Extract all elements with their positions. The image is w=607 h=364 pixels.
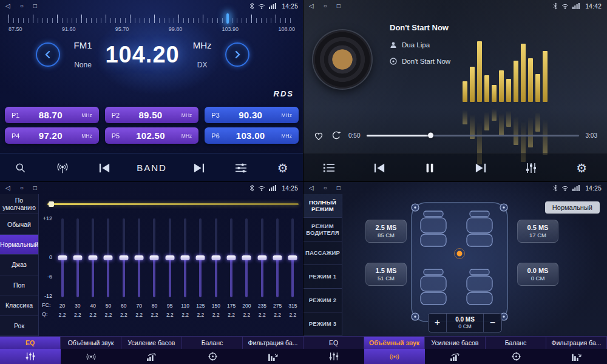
eq-icon[interactable] — [304, 349, 364, 364]
mixer-icon[interactable] — [232, 163, 250, 174]
eq-slider-handle[interactable] — [196, 255, 205, 260]
eq-band-slider[interactable] — [76, 218, 79, 297]
audio-tab[interactable]: Объёмный звук — [364, 337, 425, 349]
preset-button[interactable]: P1 88.70 MHz — [5, 107, 99, 123]
frequency-ruler[interactable]: 87.5091.6095.7099.80103.90108.00 — [8, 15, 295, 36]
back-icon[interactable]: ◁ — [309, 185, 314, 191]
preset-button[interactable]: P4 97.20 MHz — [5, 127, 99, 144]
seek-up-button[interactable] — [225, 42, 249, 67]
eq-slider-handle[interactable] — [242, 255, 251, 260]
listening-mode-item[interactable]: ПОЛНЫЙ РЕЖИМ — [304, 194, 342, 218]
recents-icon[interactable]: □ — [337, 3, 341, 9]
search-icon[interactable] — [12, 162, 30, 174]
eq-preset-item[interactable]: Нормальный — [0, 235, 38, 255]
audio-tab[interactable]: Фильтрация ба... — [546, 337, 607, 349]
next-icon[interactable] — [190, 163, 208, 174]
audio-tab[interactable]: Усиление басов — [425, 337, 486, 349]
preset-button[interactable]: P3 90.30 MHz — [205, 107, 299, 123]
subwoofer-filter-icon[interactable] — [546, 349, 607, 364]
favorite-icon[interactable] — [313, 130, 324, 141]
repeat-icon[interactable] — [331, 130, 342, 140]
bass-boost-icon[interactable] — [425, 349, 486, 364]
increase-delay-button[interactable]: + — [429, 314, 447, 332]
audio-tab[interactable]: Баланс — [486, 337, 546, 349]
audio-tab[interactable]: Усиление басов — [121, 337, 182, 349]
recents-icon[interactable]: □ — [33, 185, 37, 191]
recents-icon[interactable]: □ — [33, 3, 37, 9]
eq-slider-handle[interactable] — [119, 255, 128, 260]
decrease-delay-button[interactable]: − — [483, 314, 501, 332]
eq-slider-handle[interactable] — [273, 255, 282, 260]
eq-band-slider[interactable] — [169, 218, 171, 297]
eq-band-slider[interactable] — [199, 218, 202, 297]
eq-preset-item[interactable]: Джаз — [0, 255, 38, 275]
rear-left-delay[interactable]: 1.5 MS 51 CM — [365, 263, 407, 286]
eq-slider-handle[interactable] — [104, 255, 113, 260]
subwoofer-filter-icon[interactable] — [243, 349, 304, 364]
previous-icon[interactable] — [95, 163, 114, 174]
eq-preset-item[interactable]: Поп — [0, 275, 38, 295]
eq-preset-item[interactable]: Классика — [0, 295, 38, 315]
recents-icon[interactable]: □ — [337, 185, 341, 191]
eq-band-slider[interactable] — [123, 218, 125, 297]
eq-band-slider[interactable] — [153, 218, 155, 297]
listening-mode-item[interactable]: РЕЖИМ ВОДИТЕЛЯ — [304, 218, 342, 241]
eq-preset-item[interactable]: По умолчанию — [0, 194, 38, 214]
eq-slider-handle[interactable] — [288, 255, 297, 260]
eq-preset-item[interactable]: Рок — [0, 316, 38, 336]
eq-slider-handle[interactable] — [211, 255, 220, 260]
preset-button[interactable]: P6 103.00 MHz — [205, 127, 299, 144]
back-icon[interactable]: ◁ — [5, 185, 10, 191]
audio-tab[interactable]: EQ — [304, 337, 364, 349]
back-icon[interactable]: ◁ — [309, 3, 314, 9]
audio-tab[interactable]: Баланс — [182, 337, 243, 349]
equalizer-icon[interactable] — [522, 163, 540, 174]
surround-sound-icon[interactable] — [61, 349, 121, 364]
eq-slider-handle[interactable] — [89, 255, 98, 260]
eq-band-slider[interactable] — [261, 218, 263, 297]
balance-icon[interactable] — [182, 349, 243, 364]
eq-slider-handle[interactable] — [58, 255, 67, 260]
preset-button[interactable]: P2 89.50 MHz — [105, 107, 199, 123]
eq-slider-handle[interactable] — [73, 255, 82, 260]
eq-band-slider[interactable] — [276, 218, 279, 297]
eq-band-slider[interactable] — [230, 218, 232, 297]
home-icon[interactable]: ○ — [20, 3, 24, 9]
progress-bar[interactable] — [367, 135, 578, 136]
eq-slider-handle[interactable] — [165, 255, 174, 260]
settings-gear-icon[interactable]: ⚙ — [274, 162, 292, 174]
surround-sound-icon[interactable] — [364, 349, 425, 364]
listening-mode-item[interactable]: ПАССАЖИР — [304, 241, 342, 265]
home-icon[interactable]: ○ — [20, 185, 24, 191]
eq-band-slider[interactable] — [61, 218, 64, 297]
home-icon[interactable]: ○ — [324, 185, 327, 191]
band-button[interactable]: BAND — [137, 163, 167, 173]
eq-band-slider[interactable] — [92, 218, 94, 297]
bass-boost-icon[interactable] — [121, 349, 182, 364]
eq-band-slider[interactable] — [138, 218, 140, 297]
master-slider-handle[interactable] — [49, 201, 54, 207]
eq-band-slider[interactable] — [215, 218, 217, 297]
eq-band-slider[interactable] — [245, 218, 248, 297]
eq-slider-handle[interactable] — [150, 255, 159, 260]
eq-preset-item[interactable]: Обычай — [0, 214, 38, 234]
master-level-slider[interactable] — [47, 203, 299, 205]
eq-slider-handle[interactable] — [227, 255, 236, 260]
broadcast-icon[interactable] — [53, 162, 72, 174]
settings-gear-icon[interactable]: ⚙ — [572, 162, 591, 174]
profile-button[interactable]: Нормальный — [545, 201, 600, 214]
listening-mode-item[interactable]: РЕЖИМ 3 — [304, 312, 342, 336]
eq-band-slider[interactable] — [291, 218, 294, 297]
pause-icon[interactable] — [421, 163, 439, 174]
balance-icon[interactable] — [486, 349, 546, 364]
home-icon[interactable]: ○ — [324, 3, 327, 9]
listening-mode-item[interactable]: РЕЖИМ 1 — [304, 265, 342, 289]
progress-knob[interactable] — [428, 133, 433, 138]
eq-icon[interactable] — [0, 349, 61, 364]
listening-mode-item[interactable]: РЕЖИМ 2 — [304, 289, 342, 312]
audio-tab[interactable]: Объёмный звук — [61, 337, 121, 349]
audio-tab[interactable]: Фильтрация ба... — [243, 337, 304, 349]
eq-slider-handle[interactable] — [135, 255, 144, 260]
eq-slider-handle[interactable] — [181, 255, 190, 260]
preset-button[interactable]: P5 102.50 MHz — [105, 127, 199, 144]
